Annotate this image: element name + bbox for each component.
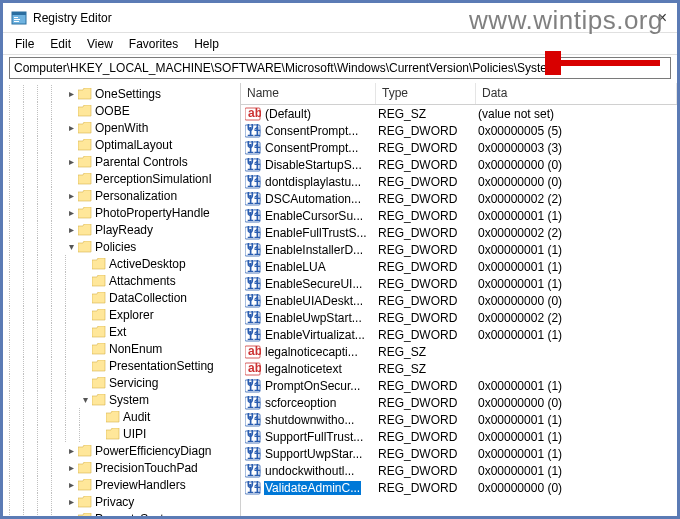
value-row[interactable]: 011110EnableInstallerD...REG_DWORD0x0000…	[241, 241, 677, 258]
tree-item[interactable]: ▸PreviewHandlers	[3, 476, 240, 493]
value-row[interactable]: 011110ValidateAdminC...REG_DWORD0x000000…	[241, 479, 677, 496]
value-row[interactable]: 011110SupportFullTrust...REG_DWORD0x0000…	[241, 428, 677, 445]
menu-help[interactable]: Help	[186, 35, 227, 53]
svg-text:110: 110	[247, 142, 261, 155]
expand-toggle[interactable]: ▾	[79, 394, 91, 405]
folder-icon	[106, 428, 120, 440]
tree-item[interactable]: ▾System	[3, 391, 240, 408]
tree-item[interactable]: DataCollection	[3, 289, 240, 306]
tree-item[interactable]: Explorer	[3, 306, 240, 323]
expand-toggle[interactable]: ▸	[65, 207, 77, 218]
tree-item[interactable]: ▸Parental Controls	[3, 153, 240, 170]
value-type: REG_DWORD	[376, 294, 476, 308]
tree-item[interactable]: UIPI	[3, 425, 240, 442]
tree-item[interactable]: PerceptionSimulationI	[3, 170, 240, 187]
value-row[interactable]: 011110ConsentPrompt...REG_DWORD0x0000000…	[241, 122, 677, 139]
value-row[interactable]: 011110PromptOnSecur...REG_DWORD0x0000000…	[241, 377, 677, 394]
expand-toggle[interactable]: ▾	[65, 241, 77, 252]
folder-icon	[78, 156, 92, 168]
tree-item[interactable]: ▸OpenWith	[3, 119, 240, 136]
value-data: 0x00000001 (1)	[476, 464, 677, 478]
value-row[interactable]: 011110EnableCursorSu...REG_DWORD0x000000…	[241, 207, 677, 224]
tree-item[interactable]: ▸OneSettings	[3, 85, 240, 102]
value-row[interactable]: ablegalnoticecapti...REG_SZ	[241, 343, 677, 360]
expand-toggle[interactable]: ▸	[65, 496, 77, 507]
tree-item[interactable]: ▸Privacy	[3, 493, 240, 510]
expand-toggle[interactable]: ▸	[65, 224, 77, 235]
tree-item[interactable]: ▸PrecisionTouchPad	[3, 459, 240, 476]
value-data: 0x00000001 (1)	[476, 447, 677, 461]
value-row[interactable]: 011110EnableUIADeskt...REG_DWORD0x000000…	[241, 292, 677, 309]
value-row[interactable]: 011110scforceoptionREG_DWORD0x00000000 (…	[241, 394, 677, 411]
value-data: 0x00000002 (2)	[476, 311, 677, 325]
value-row[interactable]: 011110ConsentPrompt...REG_DWORD0x0000000…	[241, 139, 677, 156]
svg-text:110: 110	[247, 380, 261, 393]
value-row[interactable]: 011110DSCAutomation...REG_DWORD0x0000000…	[241, 190, 677, 207]
close-icon[interactable]: ×	[658, 9, 667, 27]
tree-item-label: PrecisionTouchPad	[95, 461, 198, 475]
expand-toggle[interactable]: ▸	[65, 190, 77, 201]
value-name: SupportUwpStar...	[264, 447, 363, 461]
column-data[interactable]: Data	[476, 83, 677, 104]
expand-toggle[interactable]: ▸	[65, 156, 77, 167]
value-type: REG_DWORD	[376, 328, 476, 342]
value-row[interactable]: 011110EnableFullTrustS...REG_DWORD0x0000…	[241, 224, 677, 241]
tree-item[interactable]: PresentationSetting	[3, 357, 240, 374]
tree-item[interactable]: Audit	[3, 408, 240, 425]
dword-value-icon: 011110	[245, 413, 261, 427]
value-row[interactable]: 011110EnableVirtualizat...REG_DWORD0x000…	[241, 326, 677, 343]
value-name: ValidateAdminC...	[264, 481, 361, 495]
tree-view[interactable]: ▸OneSettingsOOBE▸OpenWithOptimalLayout▸P…	[3, 83, 241, 516]
string-value-icon: ab	[245, 362, 261, 376]
dword-value-icon: 011110	[245, 294, 261, 308]
folder-icon	[92, 258, 106, 270]
value-row[interactable]: 011110undockwithoutl...REG_DWORD0x000000…	[241, 462, 677, 479]
tree-item[interactable]: Ext	[3, 323, 240, 340]
value-row[interactable]: 011110EnableSecureUI...REG_DWORD0x000000…	[241, 275, 677, 292]
tree-item[interactable]: ▸Personalization	[3, 187, 240, 204]
svg-rect-4	[14, 21, 19, 22]
expand-toggle[interactable]: ▸	[65, 513, 77, 516]
value-row[interactable]: 011110DisableStartupS...REG_DWORD0x00000…	[241, 156, 677, 173]
value-row[interactable]: 011110SupportUwpStar...REG_DWORD0x000000…	[241, 445, 677, 462]
expand-toggle[interactable]: ▸	[65, 88, 77, 99]
tree-item[interactable]: NonEnum	[3, 340, 240, 357]
tree-item[interactable]: Attachments	[3, 272, 240, 289]
string-value-icon: ab	[245, 345, 261, 359]
folder-icon	[78, 479, 92, 491]
expand-toggle[interactable]: ▸	[65, 445, 77, 456]
tree-item-label: PhotoPropertyHandle	[95, 206, 210, 220]
tree-item[interactable]: ▸PlayReady	[3, 221, 240, 238]
menu-favorites[interactable]: Favorites	[121, 35, 186, 53]
column-type[interactable]: Type	[376, 83, 476, 104]
menu-view[interactable]: View	[79, 35, 121, 53]
value-row[interactable]: ablegalnoticetextREG_SZ	[241, 360, 677, 377]
tree-item[interactable]: Servicing	[3, 374, 240, 391]
expand-toggle[interactable]: ▸	[65, 479, 77, 490]
values-list: Name Type Data ab(Default)REG_SZ(value n…	[241, 83, 677, 516]
expand-toggle[interactable]: ▸	[65, 122, 77, 133]
tree-item[interactable]: ▸PropertySystem	[3, 510, 240, 516]
tree-item[interactable]: ActiveDesktop	[3, 255, 240, 272]
tree-item[interactable]: OOBE	[3, 102, 240, 119]
tree-item[interactable]: ▸PhotoPropertyHandle	[3, 204, 240, 221]
tree-item[interactable]: ▾Policies	[3, 238, 240, 255]
dword-value-icon: 011110	[245, 464, 261, 478]
tree-item-label: UIPI	[123, 427, 146, 441]
column-name[interactable]: Name	[241, 83, 376, 104]
address-bar[interactable]: Computer\HKEY_LOCAL_MACHINE\SOFTWARE\Mic…	[9, 57, 671, 79]
tree-item[interactable]: OptimalLayout	[3, 136, 240, 153]
value-row[interactable]: ab(Default)REG_SZ(value not set)	[241, 105, 677, 122]
tree-item[interactable]: ▸PowerEfficiencyDiagn	[3, 442, 240, 459]
tree-item-label: Parental Controls	[95, 155, 188, 169]
expand-toggle[interactable]: ▸	[65, 462, 77, 473]
value-name: PromptOnSecur...	[264, 379, 361, 393]
value-row[interactable]: 011110EnableUwpStart...REG_DWORD0x000000…	[241, 309, 677, 326]
value-row[interactable]: 011110EnableLUAREG_DWORD0x00000001 (1)	[241, 258, 677, 275]
menu-file[interactable]: File	[7, 35, 42, 53]
value-row[interactable]: 011110shutdownwitho...REG_DWORD0x0000000…	[241, 411, 677, 428]
dword-value-icon: 011110	[245, 260, 261, 274]
value-name: EnableUwpStart...	[264, 311, 363, 325]
menu-edit[interactable]: Edit	[42, 35, 79, 53]
value-row[interactable]: 011110dontdisplaylastu...REG_DWORD0x0000…	[241, 173, 677, 190]
